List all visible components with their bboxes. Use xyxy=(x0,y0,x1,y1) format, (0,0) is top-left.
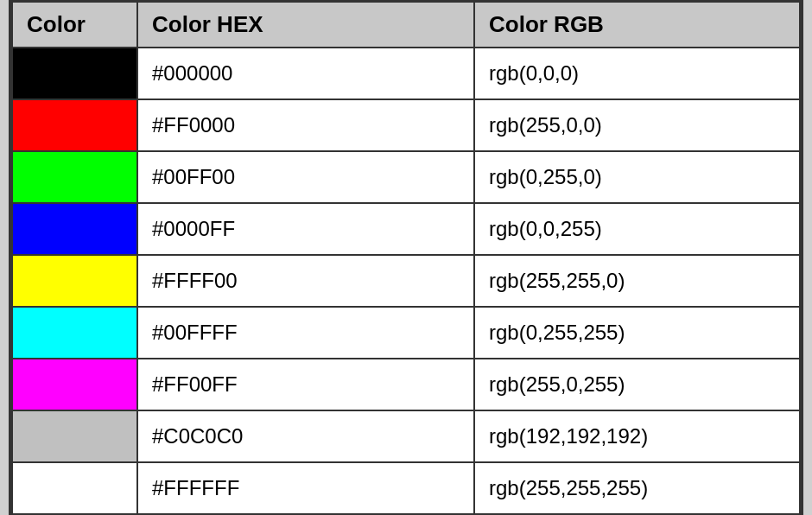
swatch-block xyxy=(13,152,136,202)
rgb-value: rgb(0,0,0) xyxy=(474,48,800,99)
rgb-value: rgb(255,255,255) xyxy=(474,462,800,514)
swatch-block xyxy=(13,100,136,150)
rgb-value: rgb(255,255,0) xyxy=(474,255,800,307)
table-row: #C0C0C0rgb(192,192,192) xyxy=(12,410,800,462)
color-swatch-cell xyxy=(12,151,137,203)
color-swatch-cell xyxy=(12,359,137,410)
rgb-value: rgb(0,0,255) xyxy=(474,203,800,255)
color-table: Color Color HEX Color RGB #000000rgb(0,0… xyxy=(11,1,801,515)
color-table-container: Color Color HEX Color RGB #000000rgb(0,0… xyxy=(9,0,803,515)
swatch-block xyxy=(13,411,136,461)
rgb-value: rgb(0,255,255) xyxy=(474,307,800,359)
hex-value: #00FFFF xyxy=(137,307,474,359)
swatch-block xyxy=(13,308,136,358)
hex-value: #FF00FF xyxy=(137,359,474,410)
table-row: #000000rgb(0,0,0) xyxy=(12,48,800,99)
table-row: #FFFF00rgb(255,255,0) xyxy=(12,255,800,307)
swatch-block xyxy=(13,204,136,254)
table-row: #FF0000rgb(255,0,0) xyxy=(12,99,800,151)
swatch-block xyxy=(13,256,136,306)
header-color: Color xyxy=(12,2,137,48)
table-header-row: Color Color HEX Color RGB xyxy=(12,2,800,48)
swatch-block xyxy=(13,463,136,513)
color-swatch-cell xyxy=(12,99,137,151)
hex-value: #FF0000 xyxy=(137,99,474,151)
color-swatch-cell xyxy=(12,410,137,462)
header-rgb: Color RGB xyxy=(474,2,800,48)
rgb-value: rgb(255,0,255) xyxy=(474,359,800,410)
rgb-value: rgb(255,0,0) xyxy=(474,99,800,151)
rgb-value: rgb(192,192,192) xyxy=(474,410,800,462)
rgb-value: rgb(0,255,0) xyxy=(474,151,800,203)
hex-value: #00FF00 xyxy=(137,151,474,203)
color-swatch-cell xyxy=(12,48,137,99)
header-hex: Color HEX xyxy=(137,2,474,48)
swatch-block xyxy=(13,48,136,99)
table-row: #0000FFrgb(0,0,255) xyxy=(12,203,800,255)
hex-value: #FFFF00 xyxy=(137,255,474,307)
table-row: #FF00FFrgb(255,0,255) xyxy=(12,359,800,410)
color-swatch-cell xyxy=(12,307,137,359)
table-row: #00FF00rgb(0,255,0) xyxy=(12,151,800,203)
color-swatch-cell xyxy=(12,203,137,255)
hex-value: #C0C0C0 xyxy=(137,410,474,462)
color-swatch-cell xyxy=(12,462,137,514)
color-swatch-cell xyxy=(12,255,137,307)
hex-value: #FFFFFF xyxy=(137,462,474,514)
hex-value: #000000 xyxy=(137,48,474,99)
table-row: #FFFFFFrgb(255,255,255) xyxy=(12,462,800,514)
table-row: #00FFFFrgb(0,255,255) xyxy=(12,307,800,359)
swatch-block xyxy=(13,359,136,410)
hex-value: #0000FF xyxy=(137,203,474,255)
